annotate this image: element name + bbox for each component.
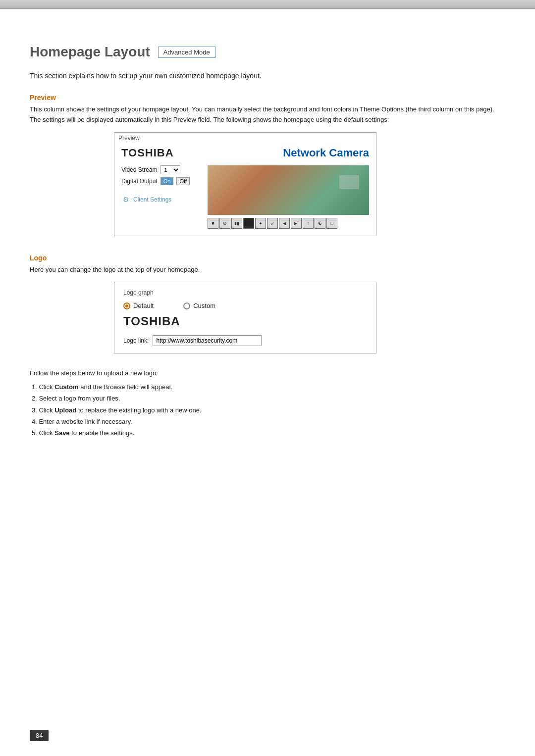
logo-heading: Logo xyxy=(30,254,505,262)
camera-preview-image xyxy=(208,165,369,215)
camera-controls-bar: ■ ⊙ ▮▮ ● ↙ ◀ ▶| ↑ ☯ □ xyxy=(208,218,369,229)
logo-link-input[interactable] xyxy=(153,335,262,346)
steps-intro: Follow the steps below to upload a new l… xyxy=(30,367,505,379)
page-number: 84 xyxy=(30,730,49,741)
preview-heading: Preview xyxy=(30,94,505,101)
logo-section: Logo Here you can change the logo at the… xyxy=(30,254,505,354)
toshiba-logo-preview: TOSHIBA xyxy=(123,314,367,328)
logo-link-label: Logo link: xyxy=(123,337,149,344)
top-bar xyxy=(0,0,535,9)
page-content: Homepage Layout Advanced Mode This secti… xyxy=(0,24,535,479)
ctrl-up[interactable]: ↑ xyxy=(303,218,314,229)
client-settings-row[interactable]: ⚙ Client Settings xyxy=(121,195,201,204)
custom-radio-label: Custom xyxy=(193,302,215,309)
custom-radio-option[interactable]: Custom xyxy=(183,302,215,309)
logo-graph-box: Logo graph Default Custom TOSHIBA Logo l… xyxy=(114,282,376,353)
preview-network-camera: Network Camera xyxy=(283,147,369,159)
preview-header: TOSHIBA Network Camera xyxy=(121,147,369,159)
intro-text: This section explains how to set up your… xyxy=(30,72,505,80)
video-stream-row: Video Stream 1 xyxy=(121,165,201,174)
off-button[interactable]: Off xyxy=(176,177,189,185)
step-5: 5. Click Save to enable the settings. xyxy=(32,427,505,439)
preview-left-panel: Video Stream 1 Digital Output On Off ⚙ xyxy=(121,165,201,229)
logo-graph-label: Logo graph xyxy=(123,289,367,296)
step-2: 2. Select a logo from your files. xyxy=(32,393,505,404)
logo-radio-row: Default Custom xyxy=(123,302,367,309)
ctrl-yin-yang[interactable]: ☯ xyxy=(315,218,325,229)
page-title-row: Homepage Layout Advanced Mode xyxy=(30,44,505,60)
gear-icon: ⚙ xyxy=(121,195,130,204)
logo-link-row: Logo link: xyxy=(123,335,367,346)
step-4: 4. Enter a website link if necessary. xyxy=(32,416,505,427)
ctrl-square[interactable]: □ xyxy=(326,218,337,229)
steps-section: Follow the steps below to upload a new l… xyxy=(30,367,505,439)
on-button[interactable]: On xyxy=(160,177,174,185)
default-radio-option[interactable]: Default xyxy=(123,302,154,309)
logo-description: Here you can change the logo at the top … xyxy=(30,265,505,275)
client-settings-label: Client Settings xyxy=(133,196,171,203)
preview-box-label: Preview xyxy=(114,133,376,142)
preview-body: Video Stream 1 Digital Output On Off ⚙ xyxy=(121,165,369,229)
preview-right-panel: ■ ⊙ ▮▮ ● ↙ ◀ ▶| ↑ ☯ □ xyxy=(208,165,369,229)
video-stream-select[interactable]: 1 xyxy=(160,165,180,174)
preview-description: This column shows the settings of your h… xyxy=(30,104,505,125)
video-stream-label: Video Stream xyxy=(121,166,158,173)
ctrl-stop[interactable]: ■ xyxy=(208,218,218,229)
advanced-mode-badge[interactable]: Advanced Mode xyxy=(158,47,215,58)
step-1: 1. Click Custom and the Browse field wil… xyxy=(32,381,505,393)
digital-output-label: Digital Output xyxy=(121,178,158,185)
ctrl-skip[interactable]: ▶| xyxy=(291,218,302,229)
preview-section: Preview This column shows the settings o… xyxy=(30,94,505,236)
ctrl-dl[interactable]: ↙ xyxy=(267,218,278,229)
default-radio-button[interactable] xyxy=(123,302,130,309)
preview-inner: TOSHIBA Network Camera Video Stream 1 Di… xyxy=(114,142,376,236)
page-title: Homepage Layout xyxy=(30,44,150,60)
preview-box: Preview TOSHIBA Network Camera Video Str… xyxy=(114,132,376,236)
ctrl-rewind[interactable]: ◀ xyxy=(279,218,290,229)
ctrl-record[interactable]: ⊙ xyxy=(219,218,230,229)
step-3: 3. Click Upload to replace the existing … xyxy=(32,404,505,416)
preview-toshiba-logo: TOSHIBA xyxy=(121,147,174,159)
ctrl-black[interactable] xyxy=(243,218,254,229)
ctrl-pause[interactable]: ▮▮ xyxy=(231,218,242,229)
ctrl-dot[interactable]: ● xyxy=(255,218,266,229)
custom-radio-button[interactable] xyxy=(183,302,190,309)
digital-output-row: Digital Output On Off xyxy=(121,177,201,185)
default-radio-label: Default xyxy=(133,302,154,309)
